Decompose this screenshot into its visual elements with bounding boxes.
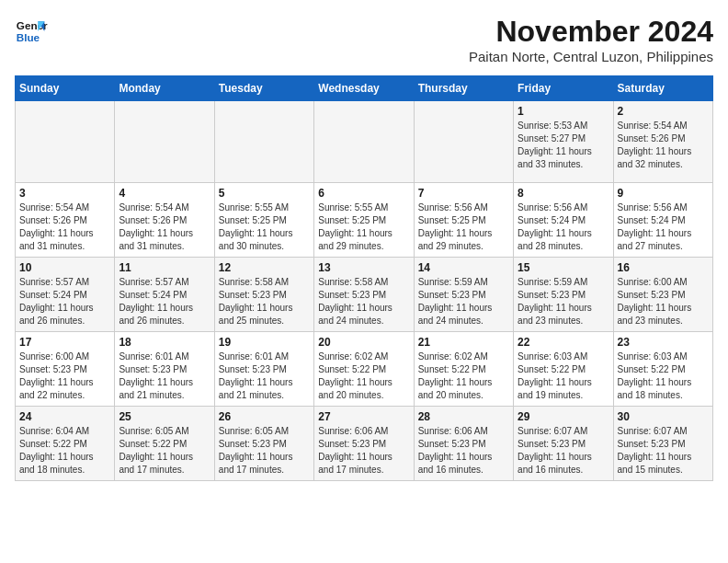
day-info: Sunrise: 6:05 AM Sunset: 5:22 PM Dayligh… bbox=[119, 425, 210, 477]
day-info: Sunrise: 6:02 AM Sunset: 5:22 PM Dayligh… bbox=[318, 350, 409, 402]
calendar-cell: 12Sunrise: 5:58 AM Sunset: 5:23 PM Dayli… bbox=[214, 258, 313, 332]
header-thursday: Thursday bbox=[414, 76, 513, 101]
calendar-cell: 16Sunrise: 6:00 AM Sunset: 5:23 PM Dayli… bbox=[613, 258, 712, 332]
calendar-cell bbox=[414, 101, 513, 183]
calendar-cell: 11Sunrise: 5:57 AM Sunset: 5:24 PM Dayli… bbox=[115, 258, 214, 332]
day-number: 10 bbox=[19, 261, 110, 274]
day-number: 25 bbox=[119, 410, 210, 423]
logo: General Blue bbox=[15, 15, 48, 48]
week-row-3: 17Sunrise: 6:00 AM Sunset: 5:23 PM Dayli… bbox=[16, 332, 713, 407]
header-wednesday: Wednesday bbox=[314, 76, 414, 101]
calendar-cell: 4Sunrise: 5:54 AM Sunset: 5:26 PM Daylig… bbox=[115, 183, 214, 258]
day-number: 4 bbox=[119, 187, 210, 200]
calendar-cell: 18Sunrise: 6:01 AM Sunset: 5:23 PM Dayli… bbox=[115, 332, 214, 407]
logo-icon: General Blue bbox=[15, 15, 48, 48]
day-number: 19 bbox=[219, 336, 310, 349]
calendar-cell: 22Sunrise: 6:03 AM Sunset: 5:22 PM Dayli… bbox=[514, 332, 613, 407]
day-info: Sunrise: 6:01 AM Sunset: 5:23 PM Dayligh… bbox=[119, 350, 210, 402]
day-info: Sunrise: 6:05 AM Sunset: 5:23 PM Dayligh… bbox=[219, 425, 310, 477]
day-number: 17 bbox=[19, 336, 110, 349]
calendar-cell: 3Sunrise: 5:54 AM Sunset: 5:26 PM Daylig… bbox=[16, 183, 115, 258]
day-info: Sunrise: 6:00 AM Sunset: 5:23 PM Dayligh… bbox=[618, 276, 709, 327]
day-number: 21 bbox=[418, 336, 509, 349]
svg-text:Blue: Blue bbox=[17, 31, 40, 43]
day-info: Sunrise: 6:01 AM Sunset: 5:23 PM Dayligh… bbox=[219, 350, 310, 402]
day-info: Sunrise: 6:00 AM Sunset: 5:23 PM Dayligh… bbox=[19, 350, 110, 402]
calendar-cell: 15Sunrise: 5:59 AM Sunset: 5:23 PM Dayli… bbox=[514, 258, 613, 332]
calendar-header: SundayMondayTuesdayWednesdayThursdayFrid… bbox=[16, 76, 713, 101]
day-number: 28 bbox=[418, 410, 509, 423]
day-info: Sunrise: 6:06 AM Sunset: 5:23 PM Dayligh… bbox=[318, 425, 409, 477]
day-info: Sunrise: 5:56 AM Sunset: 5:24 PM Dayligh… bbox=[618, 201, 709, 253]
subtitle: Paitan Norte, Central Luzon, Philippines bbox=[469, 49, 713, 64]
day-number: 29 bbox=[518, 410, 609, 423]
calendar-cell bbox=[115, 101, 214, 183]
week-row-1: 3Sunrise: 5:54 AM Sunset: 5:26 PM Daylig… bbox=[16, 183, 713, 258]
day-info: Sunrise: 5:55 AM Sunset: 5:25 PM Dayligh… bbox=[318, 201, 409, 253]
header: General Blue November 2024 Paitan Norte,… bbox=[15, 15, 713, 64]
day-number: 22 bbox=[518, 336, 609, 349]
calendar-cell: 27Sunrise: 6:06 AM Sunset: 5:23 PM Dayli… bbox=[314, 407, 414, 481]
calendar-cell: 20Sunrise: 6:02 AM Sunset: 5:22 PM Dayli… bbox=[314, 332, 414, 407]
calendar-cell: 7Sunrise: 5:56 AM Sunset: 5:25 PM Daylig… bbox=[414, 183, 513, 258]
day-info: Sunrise: 6:02 AM Sunset: 5:22 PM Dayligh… bbox=[418, 350, 509, 402]
calendar-cell: 13Sunrise: 5:58 AM Sunset: 5:23 PM Dayli… bbox=[314, 258, 414, 332]
calendar-cell: 25Sunrise: 6:05 AM Sunset: 5:22 PM Dayli… bbox=[115, 407, 214, 481]
day-number: 8 bbox=[518, 187, 609, 200]
day-number: 2 bbox=[618, 105, 709, 118]
calendar-cell: 2Sunrise: 5:54 AM Sunset: 5:26 PM Daylig… bbox=[613, 101, 712, 183]
header-tuesday: Tuesday bbox=[214, 76, 313, 101]
day-number: 24 bbox=[19, 410, 110, 423]
day-number: 13 bbox=[318, 261, 409, 274]
calendar-cell bbox=[16, 101, 115, 183]
day-info: Sunrise: 6:04 AM Sunset: 5:22 PM Dayligh… bbox=[19, 425, 110, 477]
calendar-table: SundayMondayTuesdayWednesdayThursdayFrid… bbox=[15, 75, 713, 481]
day-number: 26 bbox=[219, 410, 310, 423]
calendar-cell: 17Sunrise: 6:00 AM Sunset: 5:23 PM Dayli… bbox=[16, 332, 115, 407]
calendar-cell: 5Sunrise: 5:55 AM Sunset: 5:25 PM Daylig… bbox=[214, 183, 313, 258]
calendar-cell: 21Sunrise: 6:02 AM Sunset: 5:22 PM Dayli… bbox=[414, 332, 513, 407]
header-sunday: Sunday bbox=[16, 76, 115, 101]
header-monday: Monday bbox=[115, 76, 214, 101]
day-info: Sunrise: 5:57 AM Sunset: 5:24 PM Dayligh… bbox=[119, 276, 210, 327]
calendar-cell: 8Sunrise: 5:56 AM Sunset: 5:24 PM Daylig… bbox=[514, 183, 613, 258]
day-number: 14 bbox=[418, 261, 509, 274]
day-info: Sunrise: 6:03 AM Sunset: 5:22 PM Dayligh… bbox=[518, 350, 609, 402]
calendar-cell: 1Sunrise: 5:53 AM Sunset: 5:27 PM Daylig… bbox=[514, 101, 613, 183]
day-info: Sunrise: 5:54 AM Sunset: 5:26 PM Dayligh… bbox=[618, 120, 709, 171]
calendar-body: 1Sunrise: 5:53 AM Sunset: 5:27 PM Daylig… bbox=[16, 101, 713, 481]
calendar-cell: 10Sunrise: 5:57 AM Sunset: 5:24 PM Dayli… bbox=[16, 258, 115, 332]
day-number: 27 bbox=[318, 410, 409, 423]
day-info: Sunrise: 5:55 AM Sunset: 5:25 PM Dayligh… bbox=[219, 201, 310, 253]
calendar-cell: 23Sunrise: 6:03 AM Sunset: 5:22 PM Dayli… bbox=[613, 332, 712, 407]
calendar-cell: 9Sunrise: 5:56 AM Sunset: 5:24 PM Daylig… bbox=[613, 183, 712, 258]
header-saturday: Saturday bbox=[613, 76, 712, 101]
day-number: 16 bbox=[618, 261, 709, 274]
day-info: Sunrise: 5:58 AM Sunset: 5:23 PM Dayligh… bbox=[318, 276, 409, 327]
day-info: Sunrise: 5:54 AM Sunset: 5:26 PM Dayligh… bbox=[19, 201, 110, 253]
day-info: Sunrise: 5:59 AM Sunset: 5:23 PM Dayligh… bbox=[518, 276, 609, 327]
day-info: Sunrise: 5:59 AM Sunset: 5:23 PM Dayligh… bbox=[418, 276, 509, 327]
calendar-cell: 29Sunrise: 6:07 AM Sunset: 5:23 PM Dayli… bbox=[514, 407, 613, 481]
day-info: Sunrise: 5:54 AM Sunset: 5:26 PM Dayligh… bbox=[119, 201, 210, 253]
title-area: November 2024 Paitan Norte, Central Luzo… bbox=[469, 15, 713, 64]
day-info: Sunrise: 6:07 AM Sunset: 5:23 PM Dayligh… bbox=[618, 425, 709, 477]
week-row-0: 1Sunrise: 5:53 AM Sunset: 5:27 PM Daylig… bbox=[16, 101, 713, 183]
calendar-cell: 6Sunrise: 5:55 AM Sunset: 5:25 PM Daylig… bbox=[314, 183, 414, 258]
day-info: Sunrise: 6:03 AM Sunset: 5:22 PM Dayligh… bbox=[618, 350, 709, 402]
calendar-cell: 30Sunrise: 6:07 AM Sunset: 5:23 PM Dayli… bbox=[613, 407, 712, 481]
day-info: Sunrise: 5:57 AM Sunset: 5:24 PM Dayligh… bbox=[19, 276, 110, 327]
day-number: 7 bbox=[418, 187, 509, 200]
day-number: 1 bbox=[518, 105, 609, 118]
day-number: 11 bbox=[119, 261, 210, 274]
day-number: 3 bbox=[19, 187, 110, 200]
day-number: 5 bbox=[219, 187, 310, 200]
calendar-cell: 24Sunrise: 6:04 AM Sunset: 5:22 PM Dayli… bbox=[16, 407, 115, 481]
calendar-cell: 28Sunrise: 6:06 AM Sunset: 5:23 PM Dayli… bbox=[414, 407, 513, 481]
day-number: 6 bbox=[318, 187, 409, 200]
day-number: 18 bbox=[119, 336, 210, 349]
week-row-2: 10Sunrise: 5:57 AM Sunset: 5:24 PM Dayli… bbox=[16, 258, 713, 332]
day-info: Sunrise: 6:07 AM Sunset: 5:23 PM Dayligh… bbox=[518, 425, 609, 477]
calendar-cell bbox=[314, 101, 414, 183]
day-number: 12 bbox=[219, 261, 310, 274]
